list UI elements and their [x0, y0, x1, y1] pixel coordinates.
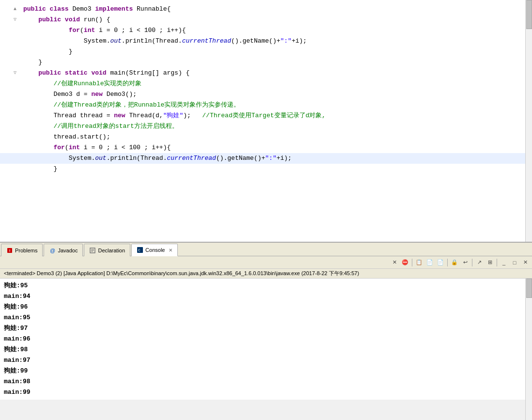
toolbar-btn-clear[interactable]: 📄: [436, 258, 445, 267]
code-token: //Thread类使用Target变量记录了d对象,: [202, 112, 326, 119]
code-line: }: [0, 47, 525, 57]
toolbar-btn-stop[interactable]: ⛔: [400, 258, 410, 267]
code-token: int: [69, 144, 80, 151]
code-line: //调用thread对象的start方法开启线程。: [0, 121, 525, 132]
code-token: for: [53, 144, 64, 151]
code-token: System.: [84, 37, 110, 45]
code-token: Demo3 d =: [53, 91, 91, 98]
code-token: static: [65, 69, 92, 77]
fold-icon[interactable]: ▽: [14, 68, 16, 78]
toolbar-btn-paste[interactable]: 📄: [425, 258, 435, 267]
code-token: Thread(d,: [125, 112, 163, 119]
code-token: System.: [69, 155, 95, 162]
code-token: out: [110, 37, 121, 45]
toolbar-btn-pin[interactable]: ⊞: [485, 258, 495, 267]
code-token: (: [65, 144, 69, 151]
code-content: //调用thread对象的start方法开启线程。: [19, 121, 525, 132]
code-line: ▲public class Demo3 implements Runnable{: [0, 4, 525, 15]
code-token: .println(Thread.: [107, 155, 167, 162]
console-output-line: main:98: [4, 376, 528, 387]
code-token: Demo3: [72, 5, 95, 13]
console-output-line: main:99: [4, 387, 528, 398]
tab-problems[interactable]: !Problems: [1, 244, 43, 256]
code-line: //创建Runnable实现类的对象: [0, 78, 525, 89]
console-status-bar: <terminated> Demo3 (2) [Java Application…: [0, 269, 532, 279]
code-token: currentThread: [167, 155, 216, 162]
code-token: new: [114, 112, 125, 119]
code-line: thread.start();: [0, 132, 525, 142]
console-output-line: 狗娃:98: [4, 344, 528, 355]
console-output-line: 狗娃:97: [4, 323, 528, 334]
code-line: ▽ public static void main(String[] args)…: [0, 68, 525, 78]
toolbar-btn-maximize[interactable]: □: [510, 258, 519, 267]
console-output-line: main:96: [4, 334, 528, 344]
toolbar-btn-close[interactable]: ✕: [520, 258, 530, 267]
console-output-line: main:97: [4, 355, 528, 366]
code-token: +i);: [277, 155, 292, 162]
console-tab-close[interactable]: ✕: [169, 248, 172, 253]
code-content: }: [19, 164, 525, 174]
code-token: ":": [265, 155, 276, 162]
code-token: int: [84, 27, 95, 34]
toolbar-btn-minimize[interactable]: _: [499, 258, 509, 267]
toolbar-sep-2: [447, 259, 448, 266]
code-token: new: [91, 91, 102, 98]
code-line: }: [0, 57, 525, 68]
code-token: out: [95, 155, 106, 162]
toolbar-btn-scroll-lock[interactable]: 🔒: [450, 258, 459, 267]
scrollbar-thumb[interactable]: [526, 0, 532, 29]
code-token: //创建Runnable实现类的对象: [53, 80, 141, 87]
console-wrapper: 狗娃:95main:94狗娃:96main:95狗娃:97main:96狗娃:9…: [0, 279, 532, 420]
code-content: public void run() {: [19, 15, 525, 25]
console-output-line: 狗娃:95: [4, 280, 528, 291]
console-tab-icon: C: [137, 247, 143, 253]
console-content: 狗娃:95main:94狗娃:96main:95狗娃:97main:96狗娃:9…: [0, 279, 532, 420]
code-token: i = 0 ; i < 100 ; i++){: [95, 27, 186, 34]
tab-declaration[interactable]: Declaration: [84, 244, 130, 256]
code-line: System.out.println(Thread.currentThread(…: [0, 36, 525, 47]
line-gutter: ▽: [0, 68, 19, 78]
code-token: implements: [95, 5, 137, 13]
code-token: +i);: [292, 37, 307, 45]
toolbar-btn-terminate[interactable]: ✕: [390, 258, 399, 267]
fold-icon[interactable]: ▲: [14, 4, 16, 15]
code-content: public static void main(String[] args) {: [19, 68, 525, 78]
code-line: Thread thread = new Thread(d,"狗娃"); //Th…: [0, 110, 525, 121]
code-token: public: [38, 16, 65, 23]
toolbar-btn-copy[interactable]: 📋: [414, 258, 424, 267]
hscrollbar[interactable]: [0, 242, 532, 242]
console-area[interactable]: 狗娃:95main:94狗娃:96main:95狗娃:97main:96狗娃:9…: [0, 279, 532, 400]
editor-area: ▲public class Demo3 implements Runnable{…: [0, 0, 532, 242]
code-token: Runnable{: [137, 5, 171, 13]
scrollbar-track[interactable]: [525, 0, 532, 242]
console-scroll-thumb[interactable]: [526, 279, 532, 298]
code-content: for(int i = 0 ; i < 100 ; i++){: [19, 25, 525, 36]
toolbar-btn-open-console[interactable]: ↗: [474, 258, 484, 267]
console-tab-label: Console: [145, 247, 165, 253]
code-token: class: [50, 5, 73, 13]
tab-javadoc[interactable]: @Javadoc: [44, 244, 83, 256]
toolbar-btn-wrap[interactable]: ↩: [460, 258, 470, 267]
code-token: thread.start();: [53, 133, 110, 140]
declaration-tab-label: Declaration: [98, 248, 125, 253]
javadoc-tab-icon: @: [49, 247, 56, 254]
console-scroll-right[interactable]: [525, 279, 532, 420]
console-output-line: 狗娃:99: [4, 366, 528, 376]
code-token: ().getName()+: [216, 155, 265, 162]
code-container[interactable]: ▲public class Demo3 implements Runnable{…: [0, 0, 532, 242]
code-token: .println(Thread.: [122, 37, 182, 45]
code-token: }: [69, 48, 73, 55]
tab-console[interactable]: CConsole✕: [131, 244, 178, 256]
code-line: //创建Thread类的对象，把Runnable实现类对象作为实参传递。: [0, 100, 525, 110]
code-token: public: [23, 5, 50, 13]
code-content: System.out.println(Thread.currentThread(…: [19, 153, 525, 164]
code-content: //创建Thread类的对象，把Runnable实现类对象作为实参传递。: [19, 100, 525, 110]
code-line: Demo3 d = new Demo3();: [0, 89, 525, 100]
line-gutter: ▽: [0, 15, 19, 25]
code-token: "狗娃": [163, 112, 184, 119]
code-line: for(int i = 0 ; i < 100 ; i++){: [0, 142, 525, 153]
fold-icon[interactable]: ▽: [14, 15, 16, 25]
code-token: //调用thread对象的start方法开启线程。: [53, 123, 178, 130]
console-status-text: <terminated> Demo3 (2) [Java Application…: [4, 270, 359, 276]
code-token: //创建Thread类的对象，把Runnable实现类对象作为实参传递。: [53, 101, 240, 109]
